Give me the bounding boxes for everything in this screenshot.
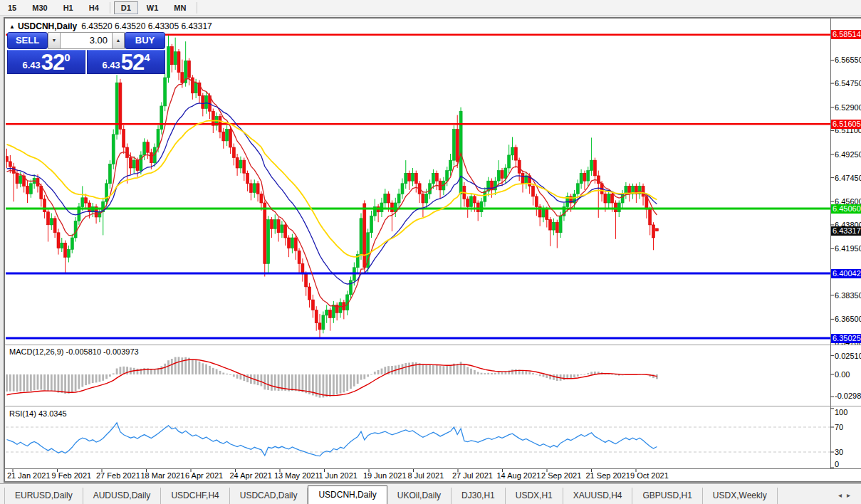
mt4-app: 15M30H1H4D1W1MN ▲USDCNH,Daily6.43520 6.4… <box>0 0 861 504</box>
chart-ohlc-values: 6.43520 6.43520 6.43305 6.43317 <box>81 21 212 31</box>
price-tick-label: 6.49250 <box>835 150 861 159</box>
tab-audusd-daily[interactable]: AUDUSD,Daily <box>83 488 162 504</box>
timeframe-button-w1[interactable]: W1 <box>140 1 166 14</box>
macd-scale-label: 0.025108 <box>835 352 861 360</box>
buy-price-main: 52 <box>121 52 144 73</box>
timeframe-button-mn[interactable]: MN <box>167 1 193 14</box>
date-tick-label: 27 Jul 2021 <box>452 471 493 480</box>
date-tick-label: 13 May 2021 <box>274 471 320 480</box>
volume-input[interactable]: 3.00 <box>61 32 112 49</box>
price-level-tag: 6.35025 <box>831 334 861 343</box>
date-tick-label: 14 Aug 2021 <box>497 471 541 480</box>
sell-price-main: 32 <box>41 52 64 73</box>
buy-price-prefix: 6.43 <box>102 60 120 70</box>
toolbar-separator <box>197 2 197 14</box>
price-tick-label: 6.36500 <box>835 315 861 323</box>
chart-symbol-label: USDCNH,Daily <box>18 21 77 31</box>
price-tick-label: 6.56550 <box>835 56 861 64</box>
timeframe-button-d1[interactable]: D1 <box>114 1 138 14</box>
price-level-tag: 6.51605 <box>831 120 861 129</box>
date-tick-label: 2 Sep 2021 <box>541 471 581 480</box>
tab-ukoil-daily[interactable]: UKOil,Daily <box>387 488 452 504</box>
date-tick-label: 9 Oct 2021 <box>630 471 669 480</box>
tab-gbpusd-h1[interactable]: GBPUSD,H1 <box>632 488 702 504</box>
buy-price-display[interactable]: 6.43 52 4 <box>87 50 165 74</box>
volume-decrease-button[interactable]: ▼ <box>48 32 61 49</box>
tab-usdx-weekly[interactable]: USDX,Weekly <box>703 488 778 504</box>
timeframe-button-h1[interactable]: H1 <box>56 1 80 14</box>
tab-eurusd-daily[interactable]: EURUSD,Daily <box>4 488 83 504</box>
rsi-indicator-label: RSI(14) 43.0345 <box>9 409 67 418</box>
price-tick-label: 6.52900 <box>835 103 861 112</box>
price-level-tag: 6.43317 <box>831 226 861 236</box>
price-tick-label: 6.38350 <box>835 291 861 300</box>
toolbar-separator <box>110 2 110 14</box>
chart-window[interactable] <box>4 17 861 483</box>
macd-scale-label: 0.00 <box>835 370 850 379</box>
sell-price-pip: 0 <box>64 51 70 63</box>
date-tick-label: 24 Apr 2021 <box>230 471 272 480</box>
date-tick-label: 21 Jan 2021 <box>7 471 51 480</box>
sell-button[interactable]: SELL <box>7 32 48 49</box>
tab-usdchf-h4[interactable]: USDCHF,H4 <box>161 488 229 504</box>
macd-scale-label: -0.02988 <box>835 392 861 400</box>
price-tick-label: 6.47450 <box>835 174 861 182</box>
price-tick-label: 6.41950 <box>835 244 861 253</box>
date-tick-label: 6 Apr 2021 <box>185 471 223 480</box>
volume-increase-button[interactable]: ▲ <box>112 32 125 49</box>
timeframe-button-15[interactable]: 15 <box>1 1 24 14</box>
rsi-scale-label: 0 <box>835 460 839 468</box>
tab-dj30-h1[interactable]: DJ30,H1 <box>452 488 506 504</box>
chart-title: ▲USDCNH,Daily6.43520 6.43520 6.43305 6.4… <box>9 21 212 31</box>
timeframe-toolbar: 15M30H1H4D1W1MN <box>0 0 861 16</box>
price-level-tag: 6.45060 <box>831 204 861 214</box>
date-tick-label: 1 Jun 2021 <box>319 471 358 480</box>
price-level-tag: 6.40042 <box>831 269 861 278</box>
date-tick-label: 27 Feb 2021 <box>96 471 140 480</box>
rsi-scale-label: 30 <box>835 448 843 456</box>
buy-price-pip: 4 <box>144 51 150 63</box>
tab-scroll-arrows[interactable]: ◂▸ <box>838 491 855 499</box>
price-tick-label: 6.54750 <box>835 79 861 88</box>
chart-tab-bar: EURUSD,DailyAUDUSD,DailyUSDCHF,H4USDCAD,… <box>0 483 861 504</box>
tab-scroll-left-icon[interactable]: ◂ <box>838 491 847 499</box>
tab-usdx-h1[interactable]: USDX,H1 <box>506 488 563 504</box>
date-tick-label: 21 Sep 2021 <box>586 471 630 480</box>
buy-button[interactable]: BUY <box>125 32 165 49</box>
price-level-tag: 6.58514 <box>831 30 861 39</box>
tab-xauusd-h4[interactable]: XAUUSD,H4 <box>563 488 633 504</box>
tab-scroll-right-icon[interactable]: ▸ <box>847 491 855 499</box>
date-tick-label: 8 Jul 2021 <box>408 471 444 480</box>
rsi-scale-label: 100 <box>835 408 847 416</box>
price-axis[interactable]: 6.565506.547506.529006.511006.492506.474… <box>831 19 861 345</box>
quote-row: 6.43 32 0 6.43 52 4 <box>7 50 165 74</box>
date-tick-label: 19 Jun 2021 <box>363 471 407 480</box>
trade-controls-row: SELL ▼ 3.00 ▲ BUY <box>7 32 165 49</box>
timeframe-button-m30[interactable]: M30 <box>25 1 54 14</box>
tab-usdcnh-daily[interactable]: USDCNH,Daily <box>308 485 387 504</box>
one-click-trading-panel: SELL ▼ 3.00 ▲ BUY 6.43 32 0 6.43 52 4 <box>7 32 165 75</box>
rsi-scale-label: 70 <box>835 423 843 431</box>
date-tick-label: 9 Feb 2021 <box>52 471 92 480</box>
sell-price-prefix: 6.43 <box>22 60 40 70</box>
sell-price-display[interactable]: 6.43 32 0 <box>7 50 85 74</box>
macd-indicator-label: MACD(12,26,9) -0.005810 -0.003973 <box>9 347 139 356</box>
collapse-panel-icon[interactable]: ▲ <box>9 23 15 30</box>
timeframe-button-h4[interactable]: H4 <box>82 1 106 14</box>
tab-usdcad-daily[interactable]: USDCAD,Daily <box>230 488 308 504</box>
date-tick-label: 18 Mar 2021 <box>141 471 185 480</box>
